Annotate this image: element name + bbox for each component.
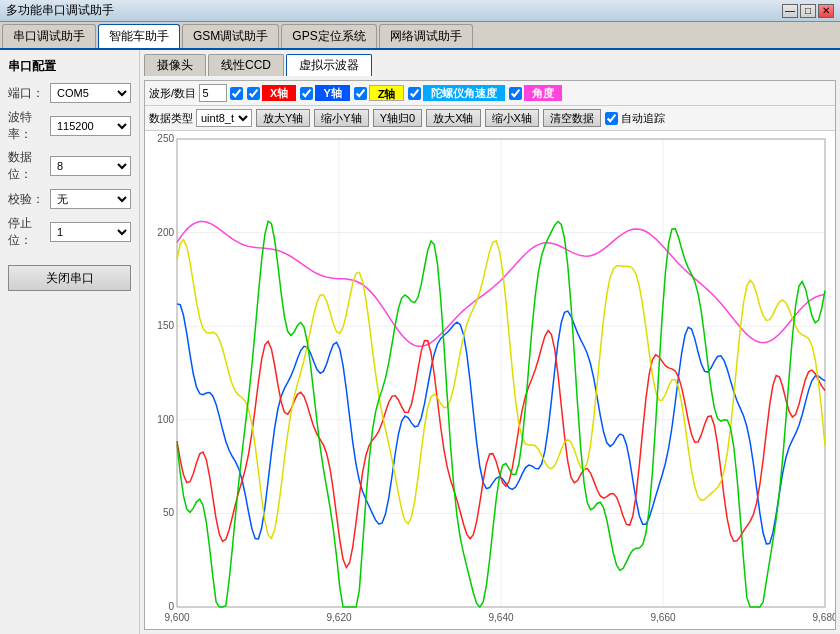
oscilloscope-canvas <box>145 131 835 629</box>
channel-gyro: 陀螺仪角速度 <box>408 85 505 101</box>
channel-angle-label: 角度 <box>524 85 562 101</box>
port-label: 端口： <box>8 85 50 102</box>
channel-z-label: Z轴 <box>369 85 405 101</box>
maximize-button[interactable]: □ <box>800 4 816 18</box>
wave-count-input[interactable] <box>199 84 227 102</box>
tab-serial[interactable]: 串口调试助手 <box>2 24 96 48</box>
sidebar-title: 串口配置 <box>8 58 131 75</box>
parity-label: 校验： <box>8 191 50 208</box>
auto-follow-check[interactable] <box>605 112 618 125</box>
parity-select[interactable]: 无 <box>50 189 131 209</box>
tab-smart-car[interactable]: 智能车助手 <box>98 24 180 48</box>
osc-toolbar-row2: 数据类型 uint8_t 放大Y轴 缩小Y轴 Y轴归0 放大X轴 缩小X轴 清空… <box>145 106 835 131</box>
data-type-select[interactable]: uint8_t <box>196 109 252 127</box>
zoom-y-in-button[interactable]: 放大Y轴 <box>256 109 310 127</box>
auto-follow-group: 自动追踪 <box>605 111 665 126</box>
close-port-button[interactable]: 关闭串口 <box>8 265 131 291</box>
channel-y-check[interactable] <box>300 87 313 100</box>
channel-angle-check[interactable] <box>509 87 522 100</box>
right-panel: 摄像头 线性CCD 虚拟示波器 波形/数目 X轴 <box>140 50 840 634</box>
channel-y-label: Y轴 <box>315 85 349 101</box>
oscilloscope-panel: 波形/数目 X轴 Y轴 Z轴 <box>144 80 836 630</box>
tab-network[interactable]: 网络调试助手 <box>379 24 473 48</box>
channel-x-check[interactable] <box>247 87 260 100</box>
close-button[interactable]: ✕ <box>818 4 834 18</box>
baud-select[interactable]: 115200 <box>50 116 131 136</box>
channel-y: Y轴 <box>300 85 349 101</box>
port-row: 端口： COM5 <box>8 83 131 103</box>
content-area: 串口配置 端口： COM5 波特率： 115200 数据位： 8 校验： 无 <box>0 50 840 634</box>
baud-row: 波特率： 115200 <box>8 109 131 143</box>
window-title: 多功能串口调试助手 <box>6 2 114 19</box>
zoom-y-out-button[interactable]: 缩小Y轴 <box>314 109 368 127</box>
port-select[interactable]: COM5 <box>50 83 131 103</box>
tab-oscilloscope[interactable]: 虚拟示波器 <box>286 54 372 76</box>
osc-toolbar-row1: 波形/数目 X轴 Y轴 Z轴 <box>145 81 835 106</box>
channel-x: X轴 <box>247 85 296 101</box>
channel-gyro-check[interactable] <box>408 87 421 100</box>
stopbits-label: 停止位： <box>8 215 50 249</box>
channel-gyro-label: 陀螺仪角速度 <box>423 85 505 101</box>
y-reset-button[interactable]: Y轴归0 <box>373 109 422 127</box>
channel-angle: 角度 <box>509 85 562 101</box>
databits-row: 数据位： 8 <box>8 149 131 183</box>
databits-label: 数据位： <box>8 149 50 183</box>
databits-select[interactable]: 8 <box>50 156 131 176</box>
wave-count-check[interactable] <box>230 87 243 100</box>
sub-tab-bar: 摄像头 线性CCD 虚拟示波器 <box>144 54 836 76</box>
minimize-button[interactable]: — <box>782 4 798 18</box>
tab-gsm[interactable]: GSM调试助手 <box>182 24 279 48</box>
zoom-x-in-button[interactable]: 放大X轴 <box>426 109 480 127</box>
window-controls: — □ ✕ <box>782 4 834 18</box>
wave-count-group: 波形/数目 <box>149 84 243 102</box>
clear-data-button[interactable]: 清空数据 <box>543 109 601 127</box>
tab-camera[interactable]: 摄像头 <box>144 54 206 76</box>
data-type-group: 数据类型 uint8_t <box>149 109 252 127</box>
baud-label: 波特率： <box>8 109 50 143</box>
main-tab-bar: 串口调试助手 智能车助手 GSM调试助手 GPS定位系统 网络调试助手 <box>0 22 840 50</box>
tab-linear-ccd[interactable]: 线性CCD <box>208 54 284 76</box>
auto-follow-label: 自动追踪 <box>621 111 665 126</box>
chart-area <box>145 131 835 629</box>
parity-row: 校验： 无 <box>8 189 131 209</box>
sidebar: 串口配置 端口： COM5 波特率： 115200 数据位： 8 校验： 无 <box>0 50 140 634</box>
channel-z: Z轴 <box>354 85 405 101</box>
wave-count-label: 波形/数目 <box>149 86 196 101</box>
stopbits-select[interactable]: 1 <box>50 222 131 242</box>
tab-gps[interactable]: GPS定位系统 <box>281 24 376 48</box>
channel-z-check[interactable] <box>354 87 367 100</box>
title-bar: 多功能串口调试助手 — □ ✕ <box>0 0 840 22</box>
stopbits-row: 停止位： 1 <box>8 215 131 249</box>
zoom-x-out-button[interactable]: 缩小X轴 <box>485 109 539 127</box>
data-type-label: 数据类型 <box>149 111 193 126</box>
channel-x-label: X轴 <box>262 85 296 101</box>
